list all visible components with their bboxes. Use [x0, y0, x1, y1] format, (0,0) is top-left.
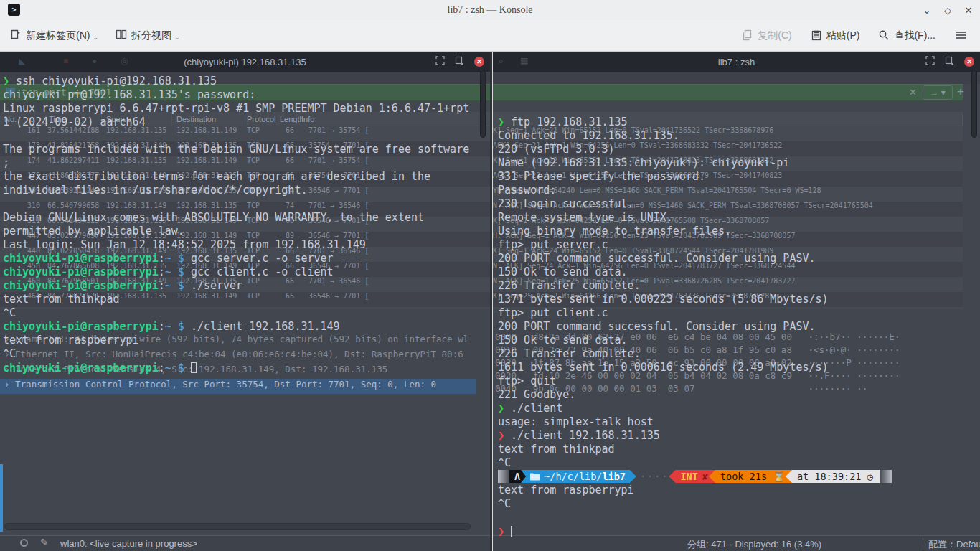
titlebar: > lib7 : zsh — Konsole ⌄ ◇ ✕: [0, 0, 980, 20]
terminal-line: chiyoyuki-pi@raspberrypi:~ $ gcc client.…: [3, 265, 479, 279]
terminal-line: ftp> quit: [498, 375, 980, 388]
terminal-line: Using binary mode to transfer files.: [498, 225, 980, 238]
terminal-line: Last login: Sun Jan 12 18:48:52 2025 fro…: [3, 238, 479, 252]
terminal-line: 226 Transfer complete.: [498, 279, 980, 293]
terminal-line: [3, 129, 479, 143]
maximize-button[interactable]: ◇: [942, 5, 953, 16]
terminal-line: ^C: [3, 347, 479, 361]
terminal-line: individual files in /usr/share/doc/*/cop…: [3, 184, 479, 197]
terminal-line: chiyoyuki-pi@raspberrypi:~ $ ./server: [3, 279, 479, 293]
terminal-cursor: [191, 362, 197, 373]
chevron-down-icon: ⌄: [174, 34, 180, 41]
terminal-line: ❯ ./client: [498, 402, 980, 415]
chevron-down-icon: ⌄: [93, 34, 98, 41]
powerline-filler-dots: ····: [636, 470, 669, 483]
terminal-line: ❯ ftp 192.168.31.135: [498, 116, 980, 129]
terminal-line: 150 Ok to send data.: [498, 265, 980, 279]
left-pane-header[interactable]: ◣ ■ ● ◎ (chiyoyuki-pi) 192.168.31.135 ✕: [0, 52, 490, 72]
wireshark-options-icon-hint: ◎: [121, 56, 128, 66]
menu-button[interactable]: [948, 24, 973, 47]
right-terminal[interactable]: Λ ~/h/c/lib/lib7 ···· INT✘ took 21s ⌛ at…: [495, 73, 980, 551]
wireshark-stop-icon-hint: ■: [63, 56, 68, 66]
terminal-line: 1371 bytes sent in 0.000223 seconds (5.8…: [498, 293, 980, 306]
terminal-line: 230 Login successful.: [498, 197, 980, 211]
wireshark-fin-icon-hint: ◣: [19, 56, 25, 66]
terminal-line: 1611 bytes sent in 0.000616 seconds (2.4…: [498, 361, 980, 375]
terminal-line: ftp> put client.c: [498, 306, 980, 320]
detach-pane-icon[interactable]: [455, 56, 464, 67]
terminal-line: Remote system type is UNIX.: [498, 211, 980, 225]
copy-label: 复制(C): [758, 29, 791, 42]
wireshark-restart-icon-hint: ●: [92, 56, 97, 66]
right-pane-title: lib7 : zsh: [718, 57, 755, 67]
terminal-line: chiyoyuki-pi@raspberrypi:~ $ ./client 19…: [3, 320, 479, 334]
terminal-line: [3, 197, 479, 211]
terminal-line: Debian GNU/Linux comes with ABSOLUTELY N…: [3, 211, 479, 225]
new-tab-button[interactable]: 新建标签页(N) ⌄: [4, 24, 104, 47]
wireshark-find-icon-hint: ⌕: [499, 56, 504, 66]
terminal-line: 200 PORT command successful. Consider us…: [498, 252, 980, 265]
terminal-line: 221 Goodbye.: [498, 388, 980, 402]
terminal-line: Password:: [498, 184, 980, 197]
right-terminal-scrollbar[interactable]: [971, 70, 977, 138]
hamburger-icon: [954, 29, 967, 43]
close-button[interactable]: ✕: [963, 5, 974, 16]
terminal-line: ^C: [498, 456, 980, 470]
close-pane-icon[interactable]: ✕: [474, 57, 484, 67]
terminal-line: 200 PORT command successful. Consider us…: [498, 320, 980, 334]
terminal-line: 220 (vsFTPd 3.0.3): [498, 143, 980, 156]
detach-pane-icon[interactable]: [945, 56, 954, 67]
folder-icon: [530, 473, 540, 481]
terminal-line: ❯: [498, 524, 980, 538]
paste-button[interactable]: 粘贴(P): [805, 24, 866, 47]
split-view-button[interactable]: 拆分视图 ⌄: [110, 24, 186, 47]
terminal-line: ^C: [498, 497, 980, 511]
terminal-line: ❯ ./client 192.168.31.135: [498, 429, 980, 443]
terminal-line: text from raspberrypi: [3, 334, 479, 347]
search-icon: [878, 29, 890, 43]
find-label: 查找(F)...: [894, 29, 936, 42]
window-title: lib7 : zsh — Konsole: [0, 4, 980, 16]
time-segment: at 18:39:21 ◷: [786, 470, 880, 483]
terminal-line: permitted by applicable law.: [3, 225, 479, 238]
find-button[interactable]: 查找(F)...: [872, 24, 941, 47]
new-tab-label: 新建标签页(N): [26, 29, 90, 42]
paste-icon: [811, 29, 822, 43]
exit-status-segment: INT✘: [669, 470, 715, 483]
terminal-line: ;: [3, 156, 479, 170]
terminal-line: chiyoyuki-pi@192.168.31.135's password:: [3, 88, 479, 102]
terminal-line: Linux raspberrypi 6.6.47+rpt-rpi-v8 #1 S…: [3, 102, 479, 116]
terminal-line: Connected to 192.168.31.135.: [498, 129, 980, 143]
expand-pane-icon[interactable]: [925, 56, 935, 67]
right-pane-header[interactable]: ⌕ ▦ lib7 : zsh ✕: [493, 52, 980, 72]
split-view-icon: [116, 29, 127, 42]
powerline-prompt: Λ ~/h/c/lib/lib7 ···· INT✘ took 21s ⌛ at…: [498, 470, 891, 483]
terminal-line: usage: simplex-talk host: [498, 415, 980, 429]
left-pane-title: (chiyoyuki-pi) 192.168.31.135: [184, 57, 306, 67]
terminal-line: ^C: [3, 306, 479, 320]
left-terminal[interactable]: ❯ ssh chiyoyuki-pi@192.168.31.135chiyoyu…: [0, 73, 479, 551]
terminal-line: ❯ ssh chiyoyuki-pi@192.168.31.135: [3, 75, 479, 88]
konsole-app-icon[interactable]: >: [8, 4, 20, 16]
konsole-window: > lib7 : zsh — Konsole ⌄ ◇ ✕ 新建标签页(N) ⌄ …: [0, 0, 980, 551]
close-pane-icon[interactable]: ✕: [964, 57, 974, 67]
terminal-line: 331 Please specify the password.: [498, 170, 980, 184]
copy-button[interactable]: 复制(C): [736, 24, 797, 47]
paste-label: 粘贴(P): [826, 29, 860, 42]
terminal-line: ftp> put server.c: [498, 238, 980, 252]
duration-segment: took 21s ⌛: [709, 470, 792, 483]
expand-pane-icon[interactable]: [435, 56, 445, 67]
error-x-icon: ✘: [698, 471, 708, 482]
left-terminal-scrollbar[interactable]: [480, 70, 486, 138]
copy-icon: [742, 29, 753, 43]
terminal-line: text from thinkpad: [498, 443, 980, 456]
split-terminal-area: tcp.port == 7701 ✕ → ▾ + No.TimeSourceDe…: [0, 52, 980, 551]
powerline-frame-right: [880, 470, 892, 483]
terminal-line: 150 Ok to send data.: [498, 334, 980, 347]
pane-divider-line: [492, 52, 493, 551]
toolbar: 新建标签页(N) ⌄ 拆分视图 ⌄ 复制(C) 粘贴(P) 查找(F)...: [0, 20, 980, 52]
terminal-line: Name (192.168.31.135:chiyoyuki): chiyoyu…: [498, 156, 980, 170]
terminal-line: text from thinkpad: [3, 293, 479, 306]
terminal-cursor: [511, 526, 512, 537]
minimize-button[interactable]: ⌄: [921, 5, 933, 16]
